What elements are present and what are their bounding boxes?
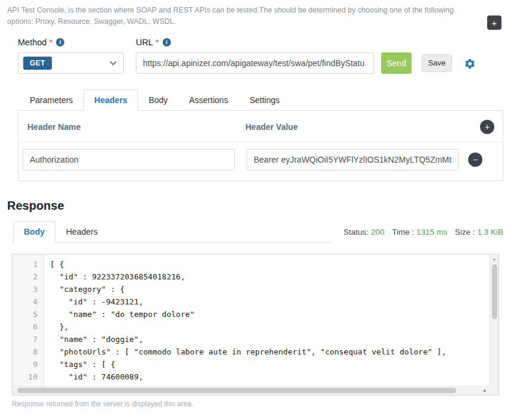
status-value: 200	[371, 228, 385, 237]
line-number: 2	[13, 270, 38, 283]
code-line: "name" : "doggie",	[50, 333, 498, 346]
response-stats: Status:200 Time :1315 ms Size :1.3 KiB	[344, 228, 503, 237]
tab-settings[interactable]: Settings	[239, 89, 291, 111]
code-line: "photoUrls" : [ "commodo labore aute in …	[50, 346, 498, 358]
code-line: "id" : 74600089,	[50, 371, 498, 383]
required-marker: *	[49, 38, 52, 47]
header-row: −	[18, 142, 503, 181]
response-tabbar: Body Headers Status:200 Time :1315 ms Si…	[12, 221, 503, 243]
url-label-text: URL	[136, 38, 153, 47]
gear-icon	[464, 58, 476, 70]
response-title: Response	[7, 199, 511, 213]
scroll-up-icon[interactable]: ▲	[493, 254, 497, 263]
request-tabs-section: Parameters Headers Body Assertions Setti…	[18, 89, 503, 181]
horizontal-scroll-thumb[interactable]	[17, 388, 456, 393]
tab-body[interactable]: Body	[138, 89, 179, 111]
line-number: 8	[13, 346, 38, 358]
line-number: 5	[13, 308, 38, 321]
tab-parameters[interactable]: Parameters	[19, 89, 83, 111]
status-label: Status:	[344, 228, 369, 237]
plus-icon: +	[492, 18, 497, 28]
size-label: Size :	[455, 228, 475, 237]
required-marker: *	[155, 38, 159, 47]
header-value-input[interactable]	[247, 149, 459, 170]
method-badge: GET	[23, 57, 52, 70]
time-label: Time :	[392, 228, 414, 237]
add-header-button[interactable]: +	[480, 120, 494, 134]
code-line: [ {	[50, 258, 498, 270]
size-value: 1.3 KiB	[477, 228, 503, 237]
code-content: [ { "id" : 9223372036854018216, "categor…	[44, 254, 498, 395]
line-number: 6	[13, 321, 38, 333]
header-name-column: Header Name	[27, 122, 245, 132]
horizontal-scrollbar[interactable]: ►	[13, 386, 490, 395]
minus-icon: −	[473, 155, 478, 164]
tab-assertions[interactable]: Assertions	[179, 89, 239, 111]
header-name-input[interactable]	[23, 149, 235, 170]
code-line: "tags" : [ {	[50, 358, 498, 371]
line-number: 3	[13, 283, 38, 295]
line-number: 9	[13, 358, 38, 371]
info-icon[interactable]: i	[56, 38, 64, 46]
response-tabs: Body Headers	[12, 221, 331, 243]
vertical-scroll-thumb[interactable]	[492, 265, 497, 319]
api-test-console: API Test Console, is the section where S…	[0, 5, 511, 408]
request-row: Method * i GET URL * i Send Save	[18, 38, 503, 74]
remove-header-button[interactable]: −	[468, 153, 482, 167]
line-number-gutter: 1234567891011	[13, 254, 44, 395]
scroll-right-icon[interactable]: ►	[483, 388, 487, 393]
code-line: "id" : 9223372036854018216,	[50, 270, 498, 283]
console-description: API Test Console, is the section where S…	[7, 5, 479, 28]
header-value-column: Header Value	[245, 122, 480, 132]
tab-response-body[interactable]: Body	[13, 221, 55, 243]
send-button[interactable]: Send	[381, 52, 412, 74]
tab-response-headers[interactable]: Headers	[55, 221, 108, 242]
plus-icon: +	[485, 122, 490, 132]
code-line: "name" : "do tempor dolore"	[50, 308, 498, 321]
info-icon[interactable]: i	[163, 38, 171, 46]
code-line: },	[50, 321, 498, 333]
vertical-scrollbar[interactable]: ▲	[490, 254, 498, 386]
method-label-text: Method	[18, 38, 46, 47]
headers-panel: Header Name Header Value + −	[18, 110, 503, 181]
line-number: 4	[13, 295, 38, 308]
time-value: 1315 ms	[416, 228, 447, 237]
code-line: "id" : -9423121,	[50, 295, 498, 308]
method-label: Method * i	[18, 38, 124, 47]
chevron-down-icon	[110, 58, 116, 65]
save-button[interactable]: Save	[422, 54, 453, 72]
url-input[interactable]	[136, 52, 374, 74]
line-number: 1	[13, 258, 38, 270]
code-line: "category" : {	[50, 283, 498, 295]
line-number: 10	[13, 371, 38, 383]
add-button[interactable]: +	[487, 15, 501, 30]
response-caption: Response returned from the server is dis…	[12, 400, 511, 408]
settings-button[interactable]	[464, 58, 476, 70]
headers-panel-head: Header Name Header Value +	[18, 111, 503, 142]
response-body-editor: 1234567891011 [ { "id" : 922337203685401…	[12, 254, 499, 396]
scrollbar-corner	[490, 386, 498, 395]
tab-headers[interactable]: Headers	[83, 89, 138, 111]
method-select[interactable]: GET	[18, 52, 124, 74]
request-tabs: Parameters Headers Body Assertions Setti…	[18, 89, 503, 111]
line-number: 7	[13, 333, 38, 346]
url-label: URL * i	[136, 38, 374, 47]
